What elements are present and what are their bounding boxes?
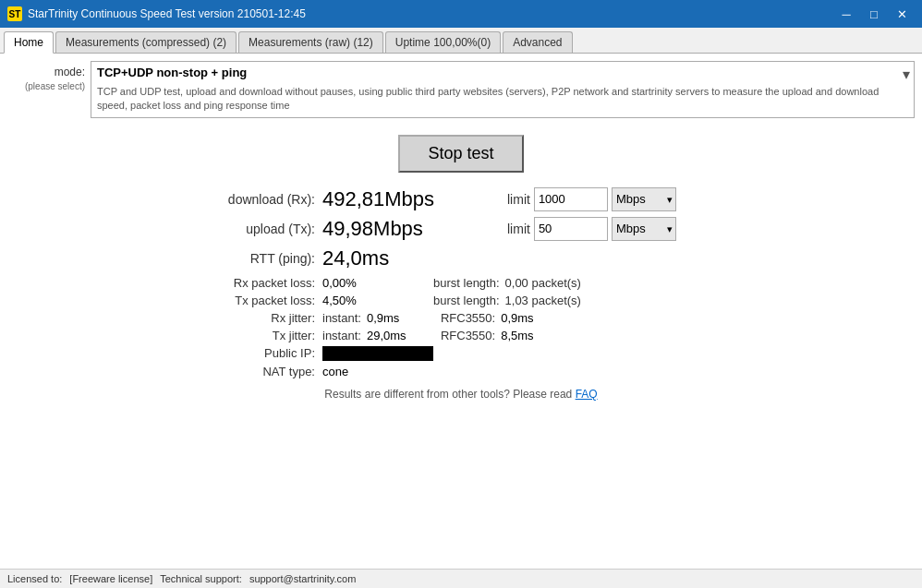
rx-loss-value: 0,00% (322, 276, 396, 290)
upload-unit-wrapper: Mbps Kbps Gbps (612, 217, 676, 241)
stop-test-button[interactable]: Stop test (398, 135, 523, 173)
tx-loss-label: Tx packet loss: (138, 294, 322, 307)
center-area: Stop test download (Rx): 492,81Mbps limi… (7, 126, 915, 561)
rx-loss-row: Rx packet loss: 0,00% burst length: 0,00… (138, 276, 784, 290)
tab-measurements-raw[interactable]: Measurements (raw) (12) (238, 31, 383, 53)
rx-burst-value: 0,00 packet(s) (505, 276, 581, 290)
mode-dropdown-arrow[interactable]: ▾ (903, 66, 910, 83)
tx-loss-value: 4,50% (322, 294, 396, 307)
tx-jitter-rfc-label: RFC3550: (441, 329, 495, 342)
tab-advanced[interactable]: Advanced (503, 31, 572, 53)
upload-label: upload (Tx): (138, 222, 322, 236)
public-ip-value (322, 346, 433, 361)
download-unit-wrapper: Mbps Kbps Gbps (612, 187, 676, 211)
download-limit-group: limit Mbps Kbps Gbps (507, 187, 676, 211)
tx-jitter-instant-value: 29,0ms (367, 329, 422, 342)
tx-jitter-instant-label: instant: (322, 329, 361, 342)
tx-burst-group: burst length: 1,03 packet(s) (433, 294, 581, 307)
download-row: download (Rx): 492,81Mbps limit Mbps Kbp… (138, 187, 784, 211)
nat-type-value: cone (322, 365, 348, 378)
download-limit-label: limit (507, 192, 530, 207)
tab-uptime[interactable]: Uptime 100,00%(0) (385, 31, 501, 53)
upload-limit-input[interactable] (534, 217, 608, 241)
ping-value: 24,0ms (322, 246, 389, 270)
ping-label: RTT (ping): (138, 251, 322, 266)
app-icon-label: ST (9, 9, 21, 19)
rx-jitter-instant-label: instant: (322, 311, 361, 325)
download-value: 492,81Mbps (322, 187, 489, 211)
title-bar-left: ST StarTrinity Continuous Speed Test ver… (7, 6, 306, 21)
upload-limit-label: limit (507, 222, 530, 236)
faq-link[interactable]: FAQ (576, 388, 598, 401)
footer: Licensed to: [Freeware license] Technica… (0, 569, 922, 588)
license-value: [Freeware license] (69, 573, 152, 584)
rx-loss-label: Rx packet loss: (138, 276, 322, 290)
tx-jitter-rfc-value: 8,5ms (501, 329, 533, 342)
mode-selector[interactable]: TCP+UDP non-stop + ping TCP and UDP test… (91, 61, 915, 118)
nat-type-label: NAT type: (138, 365, 322, 378)
tx-jitter-row: Tx jitter: instant: 29,0ms RFC3550: 8,5m… (138, 329, 784, 342)
upload-limit-group: limit Mbps Kbps Gbps (507, 217, 676, 241)
minimize-button[interactable]: ─ (833, 5, 859, 23)
rx-jitter-row: Rx jitter: instant: 0,9ms RFC3550: 0,9ms (138, 311, 784, 325)
tx-burst-label: burst length: (433, 294, 500, 307)
rx-jitter-rfc-value: 0,9ms (501, 311, 533, 325)
close-button[interactable]: ✕ (889, 5, 915, 23)
main-content: mode: (please select) TCP+UDP non-stop +… (0, 54, 922, 569)
rx-jitter-label: Rx jitter: (138, 311, 322, 325)
tab-home[interactable]: Home (4, 31, 54, 54)
mode-value: TCP+UDP non-stop + ping (91, 62, 914, 83)
window-title: StarTrinity Continuous Speed Test versio… (28, 7, 306, 20)
public-ip-label: Public IP: (138, 346, 322, 360)
tab-bar: Home Measurements (compressed) (2) Measu… (0, 28, 922, 54)
upload-unit-select[interactable]: Mbps Kbps Gbps (612, 217, 676, 241)
rx-jitter-instant-value: 0,9ms (367, 311, 422, 325)
tx-loss-row: Tx packet loss: 4,50% burst length: 1,03… (138, 294, 784, 307)
faq-row: Results are different from other tools? … (324, 388, 597, 401)
title-bar: ST StarTrinity Continuous Speed Test ver… (0, 0, 922, 28)
support-value: support@startrinity.com (249, 573, 357, 584)
rx-burst-label: burst length: (433, 276, 500, 290)
rx-jitter-rfc-label: RFC3550: (441, 311, 495, 325)
rx-burst-group: burst length: 0,00 packet(s) (433, 276, 581, 290)
download-label: download (Rx): (138, 192, 322, 207)
upload-value: 49,98Mbps (322, 217, 489, 241)
mode-row: mode: (please select) TCP+UDP non-stop +… (7, 61, 915, 118)
app-icon: ST (7, 6, 22, 21)
public-ip-row: Public IP: (138, 346, 784, 361)
download-unit-select[interactable]: Mbps Kbps Gbps (612, 187, 676, 211)
mode-description: TCP and UDP test, upload and download wi… (91, 83, 914, 117)
nat-type-row: NAT type: cone (138, 365, 784, 378)
license-label: Licensed to: (7, 573, 62, 584)
stats-area: download (Rx): 492,81Mbps limit Mbps Kbp… (7, 187, 915, 401)
tx-burst-value: 1,03 packet(s) (505, 294, 581, 307)
tab-measurements-compressed[interactable]: Measurements (compressed) (2) (55, 31, 237, 53)
upload-row: upload (Tx): 49,98Mbps limit Mbps Kbps G… (138, 217, 784, 241)
maximize-button[interactable]: □ (861, 5, 887, 23)
mode-label: mode: (please select) (7, 61, 91, 93)
faq-text: Results are different from other tools? … (324, 388, 575, 401)
download-limit-input[interactable] (534, 187, 608, 211)
tx-jitter-label: Tx jitter: (138, 329, 322, 342)
window-controls: ─ □ ✕ (833, 5, 915, 23)
ping-row: RTT (ping): 24,0ms (138, 246, 784, 270)
support-label: Technical support: (160, 573, 242, 584)
